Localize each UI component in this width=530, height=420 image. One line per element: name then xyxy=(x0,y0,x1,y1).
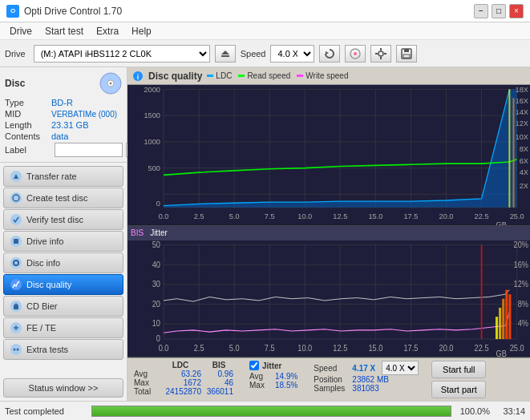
svg-rect-120 xyxy=(505,289,508,339)
disc-section: Disc Type BD-R MID VERBATIMe (000) Lengt… xyxy=(0,67,127,163)
menu-drive[interactable]: Drive xyxy=(3,24,38,38)
save-button[interactable] xyxy=(396,45,417,63)
minimize-button[interactable]: − xyxy=(474,4,488,18)
svg-text:6X: 6X xyxy=(520,156,529,165)
svg-text:0.0: 0.0 xyxy=(159,212,169,220)
eject-icon xyxy=(219,47,232,60)
svg-point-20 xyxy=(14,261,18,265)
jitter-checkbox[interactable] xyxy=(249,361,259,370)
nav-verify-test-label: Verify test disc xyxy=(26,215,83,224)
disc-button[interactable] xyxy=(345,45,366,63)
save-icon xyxy=(400,47,413,60)
svg-marker-2 xyxy=(326,51,329,55)
disc-quality-icon xyxy=(10,279,22,290)
svg-rect-76 xyxy=(127,240,530,357)
svg-point-25 xyxy=(14,349,16,351)
start-full-button[interactable]: Start full xyxy=(431,361,486,378)
drive-select[interactable]: (M:) ATAPI iHBS112 2 CL0K xyxy=(34,45,210,63)
bis-col-header: BIS xyxy=(204,361,233,370)
nav-extra-tests[interactable]: Extra tests xyxy=(3,339,123,360)
nav-cd-bier-label: CD Bier xyxy=(26,301,58,311)
ldc-col-header: LDC xyxy=(160,361,201,370)
maximize-button[interactable]: □ xyxy=(492,4,506,18)
nav-verify-test-disc[interactable]: Verify test disc xyxy=(3,209,123,230)
svg-text:22.5: 22.5 xyxy=(475,343,489,352)
svg-marker-22 xyxy=(14,303,18,305)
action-buttons: Start full Start part xyxy=(431,361,486,398)
menu-start-test[interactable]: Start test xyxy=(38,24,90,38)
write-speed-legend-dot xyxy=(297,75,303,77)
position-key: Position xyxy=(314,375,349,384)
svg-text:2.5: 2.5 xyxy=(194,212,204,220)
refresh-button[interactable] xyxy=(319,45,340,63)
position-row: Position 23862 MB xyxy=(314,375,419,384)
max-row: Max 1672 46 xyxy=(134,378,233,387)
svg-text:20: 20 xyxy=(152,299,160,308)
nav-disc-info[interactable]: Disc info xyxy=(3,252,123,273)
speed-val: 4.17 X xyxy=(352,364,375,373)
svg-text:500: 500 xyxy=(148,164,160,172)
svg-rect-11 xyxy=(404,49,409,52)
settings-button[interactable] xyxy=(370,45,391,63)
disc-icon xyxy=(349,47,362,60)
svg-text:25.0: 25.0 xyxy=(510,343,524,352)
write-speed-legend-label: Write speed xyxy=(305,71,348,80)
svg-text:18X: 18X xyxy=(516,85,529,94)
toolbar: Drive (M:) ATAPI iHBS112 2 CL0K Speed 4.… xyxy=(0,40,530,67)
mid-label: MID xyxy=(5,109,51,119)
menu-extra[interactable]: Extra xyxy=(90,24,125,38)
nav-drive-info-label: Drive info xyxy=(26,236,63,246)
left-panel: Disc Type BD-R MID VERBATIMe (000) Lengt… xyxy=(0,67,127,401)
position-val: 23862 MB xyxy=(352,375,389,384)
jitter-avg-val: 14.9% xyxy=(275,372,297,381)
progress-bar-container xyxy=(91,406,451,417)
chart-title: Disc quality xyxy=(148,71,202,82)
jitter-max-row: Max 18.5% xyxy=(249,381,297,390)
legend-write-speed: Write speed xyxy=(297,71,348,80)
speed-dropdown[interactable]: 4.0 X xyxy=(382,361,419,375)
type-value: BD-R xyxy=(51,98,73,107)
svg-marker-16 xyxy=(14,174,18,179)
close-button[interactable]: × xyxy=(509,4,524,18)
speed-row: Speed 4.17 X 4.0 X xyxy=(314,361,419,375)
samples-row: Samples 381083 xyxy=(314,384,419,393)
bis-max: 46 xyxy=(204,378,233,387)
max-label: Max xyxy=(134,378,156,387)
bottom-chart: 50 40 30 20 10 0 20% 16% 12% 8% 4% 0.0 2… xyxy=(127,240,530,357)
bottom-chart-svg: 50 40 30 20 10 0 20% 16% 12% 8% 4% 0.0 2… xyxy=(127,240,530,357)
svg-text:2000: 2000 xyxy=(144,85,160,94)
nav-cd-bier[interactable]: CD Bier xyxy=(3,296,123,317)
title-bar: O Opti Drive Control 1.70 − □ × xyxy=(0,0,530,22)
nav-fe-te-label: FE / TE xyxy=(26,323,56,333)
disc-length-row: Length 23.31 GB xyxy=(5,120,122,130)
contents-label: Contents xyxy=(5,131,51,141)
top-chart: 2000 1500 1000 500 0 18X 16X 14X 12X 10X… xyxy=(127,85,530,226)
svg-rect-117 xyxy=(496,317,498,339)
nav-disc-quality[interactable]: Disc quality xyxy=(3,274,123,295)
disc-section-title: Disc xyxy=(5,78,25,89)
nav-fe-te[interactable]: FE / TE xyxy=(3,317,123,338)
label-input[interactable] xyxy=(55,143,123,157)
nav-disc-quality-label: Disc quality xyxy=(26,280,71,289)
start-part-button[interactable]: Start part xyxy=(431,381,486,398)
svg-text:GB: GB xyxy=(496,349,506,357)
stats-left: LDC BIS Avg 63.26 0.96 Max 1672 46 Tot xyxy=(134,361,419,396)
nav-transfer-rate[interactable]: Transfer rate xyxy=(3,166,123,187)
nav-disc-info-label: Disc info xyxy=(26,258,60,268)
nav-transfer-rate-label: Transfer rate xyxy=(26,172,77,181)
speed-select[interactable]: 4.0 X xyxy=(270,45,314,63)
nav-create-test-disc[interactable]: Create test disc xyxy=(3,188,123,208)
nav-drive-info[interactable]: Drive info xyxy=(3,231,123,252)
top-chart-svg: 2000 1500 1000 500 0 18X 16X 14X 12X 10X… xyxy=(127,85,530,225)
refresh-icon xyxy=(323,47,336,60)
menu-help[interactable]: Help xyxy=(125,24,158,38)
eject-button[interactable] xyxy=(215,45,236,63)
drive-info-icon xyxy=(10,236,22,247)
disc-type-row: Type BD-R xyxy=(5,98,122,107)
progress-area: Test completed 100.0% 33:14 xyxy=(0,401,530,420)
type-label: Type xyxy=(5,98,51,107)
svg-text:20%: 20% xyxy=(514,240,529,249)
status-window-button[interactable]: Status window >> xyxy=(3,378,123,398)
bis-total: 366011 xyxy=(204,387,233,396)
svg-text:10.0: 10.0 xyxy=(297,212,312,220)
